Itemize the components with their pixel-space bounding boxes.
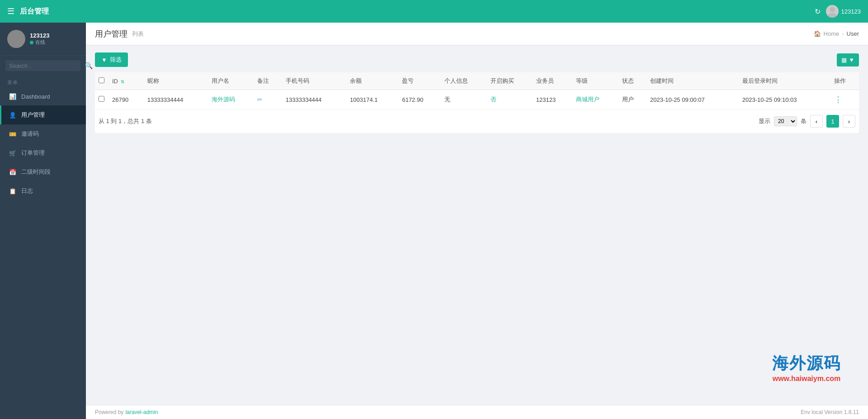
breadcrumb-home-icon: 🏠 [814,30,821,37]
sidebar-item-second-time[interactable]: 📅 二级时间段 [0,162,86,181]
sidebar-item-order-management[interactable]: 🛒 订单管理 [0,143,86,162]
filter-icon: ▼ [101,57,107,63]
td-created-at: 2023-10-25 09:00:07 [646,90,739,110]
hamburger-icon[interactable]: ☰ [7,6,14,16]
status-dot [30,41,33,44]
filter-button[interactable]: ▼ 筛选 [95,52,128,67]
sidebar-item-user-management[interactable]: 👤 用户管理 [0,105,86,124]
td-level: 商城用户 [572,90,618,110]
td-username: 海外源码 [208,90,254,110]
calendar-icon: 📅 [9,169,17,176]
th-phone: 手机号码 [282,72,346,90]
app-title: 后台管理 [20,7,49,16]
page-1-button[interactable]: 1 [826,115,839,128]
breadcrumb-current: User [847,30,859,37]
th-open-purchase: 开启购买 [487,72,533,90]
filter-bar: ▼ 筛选 ▦ ▼ [95,52,859,67]
data-table: ID ⇅ 昵称 用户名 备注 手机号码 余额 盈亏 个人信息 开启购买 业务员 … [95,72,859,109]
filter-label: 筛选 [110,56,122,64]
td-phone: 13333334444 [282,90,346,110]
open-purchase-link[interactable]: 否 [491,96,496,103]
table-area: ▼ 筛选 ▦ ▼ ID ⇅ [86,45,868,405]
td-salesman: 123123 [533,90,572,110]
sidebar-user-area: 123123 在线 [0,23,86,56]
footer-powered-by: Powered by [95,409,123,415]
td-nickname: 13333334444 [144,90,208,110]
td-personal-info: 无 [441,90,486,110]
header-right: ↻ 123123 [815,5,861,18]
column-toggle-icon: ▦ [841,57,847,63]
row-checkbox[interactable] [99,96,104,102]
user-menu[interactable]: 123123 [826,5,861,18]
page-size-select[interactable]: 20 50 100 [774,116,797,126]
action-menu-button[interactable]: ⋮ [834,95,842,104]
main-layout: 123123 在线 🔍 菜单 📊 Dashboard 👤 用户管理 [0,23,868,419]
column-toggle-button[interactable]: ▦ ▼ [837,53,859,67]
footer-link[interactable]: laravel-admin [125,409,158,415]
sidebar-item-label: 日志 [21,187,33,195]
sidebar-nav: 📊 Dashboard 👤 用户管理 🎫 邀请码 🛒 订单管理 📅 二级时间段 … [0,88,86,419]
sidebar-search-wrap: 🔍 [5,60,80,71]
th-nickname: 昵称 [144,72,208,90]
note-edit-button[interactable]: ✏ [257,96,263,103]
sort-icon: ⇅ [121,79,124,84]
breadcrumb: 🏠 Home › User [814,30,859,37]
app-footer: Powered by laravel-admin Env local Versi… [86,405,868,419]
top-header: ☰ 后台管理 ↻ 123123 [0,0,868,23]
table-header: ID ⇅ 昵称 用户名 备注 手机号码 余额 盈亏 个人信息 开启购买 业务员 … [95,72,859,90]
th-balance: 余额 [346,72,398,90]
th-salesman: 业务员 [533,72,572,90]
per-page-label: 条 [801,117,807,125]
sidebar-search-area: 🔍 [0,56,86,76]
search-input[interactable] [9,62,85,69]
sidebar-item-label: Dashboard [21,93,50,100]
sidebar-item-log[interactable]: 📋 日志 [0,181,86,200]
select-all-checkbox[interactable] [99,77,104,83]
th-id: ID ⇅ [108,72,144,90]
table-body: 26790 13333334444 海外源码 ✏ 13333334444 100… [95,90,859,110]
th-created-at: 创建时间 [646,72,739,90]
level-link[interactable]: 商城用户 [576,96,599,103]
td-profit: 6172.90 [398,90,441,110]
avatar [826,5,839,18]
next-page-button[interactable]: › [843,115,855,128]
td-action: ⋮ [830,90,859,110]
th-profit: 盈亏 [398,72,441,90]
invite-icon: 🎫 [9,131,17,138]
sidebar-section-label: 菜单 [0,76,86,88]
svg-point-1 [828,13,837,18]
header-username: 123123 [841,8,861,15]
th-note: 备注 [254,72,282,90]
prev-page-button[interactable]: ‹ [810,115,823,128]
sidebar-item-dashboard[interactable]: 📊 Dashboard [0,88,86,105]
user-icon: 👤 [9,112,17,119]
sidebar-status: 在线 [30,39,49,46]
pagination-info: 从 1 到 1，总共 1 条 [99,117,152,125]
th-username: 用户名 [208,72,254,90]
svg-point-2 [12,33,20,41]
svg-point-3 [10,42,23,48]
td-checkbox [95,90,108,110]
avatar [7,30,25,48]
display-label: 显示 [759,117,770,125]
page-title-area: 用户管理 列表 [95,29,144,39]
td-last-login: 2023-10-25 09:10:03 [739,90,831,110]
th-checkbox [95,72,108,90]
content-area: 用户管理 列表 🏠 Home › User ▼ 筛选 ▦ ▼ [86,23,868,419]
pagination-right: 显示 20 50 100 条 ‹ 1 › [759,115,855,128]
refresh-icon[interactable]: ↻ [815,7,821,16]
pagination-area: 从 1 到 1，总共 1 条 显示 20 50 100 条 ‹ 1 › [95,109,859,133]
sidebar-item-invite-code[interactable]: 🎫 邀请码 [0,124,86,143]
th-last-login: 最后登录时间 [739,72,831,90]
td-status: 用户 [618,90,647,110]
log-icon: 📋 [9,188,17,195]
page-header: 用户管理 列表 🏠 Home › User [86,23,868,45]
sidebar: 123123 在线 🔍 菜单 📊 Dashboard 👤 用户管理 [0,23,86,419]
td-note: ✏ [254,90,282,110]
data-table-wrap: ID ⇅ 昵称 用户名 备注 手机号码 余额 盈亏 个人信息 开启购买 业务员 … [95,72,859,133]
dashboard-icon: 📊 [9,93,17,100]
td-id: 26790 [108,90,144,110]
th-personal-info: 个人信息 [441,72,486,90]
footer-version: Env local Version 1.8.11 [801,409,859,415]
breadcrumb-home[interactable]: Home [824,30,840,37]
